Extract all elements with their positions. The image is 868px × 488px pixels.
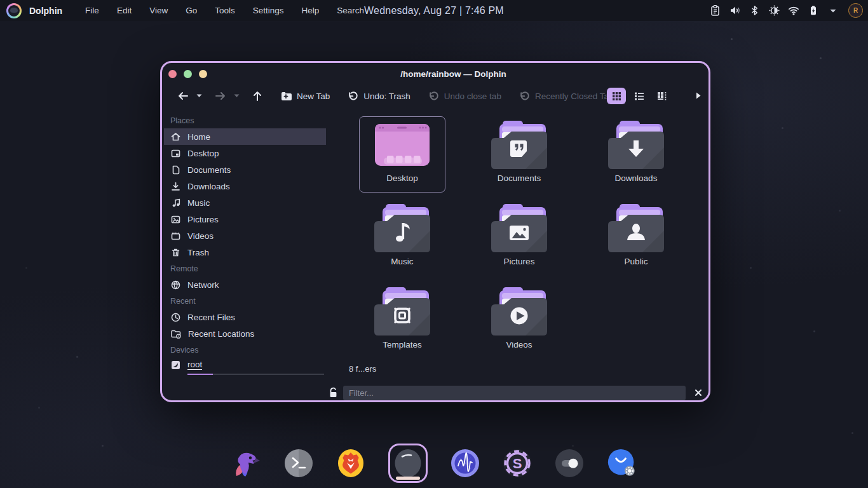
undo-icon	[348, 91, 358, 101]
back-history-caret[interactable]	[193, 92, 206, 100]
folder-downloads[interactable]: Downloads	[593, 116, 679, 193]
folder-documents[interactable]: Documents	[476, 116, 562, 193]
battery-icon[interactable]	[806, 4, 820, 18]
filter-input[interactable]	[343, 386, 686, 400]
list-icon	[634, 92, 644, 100]
sidebar-label: Downloads	[187, 182, 230, 191]
sidebar-item-root[interactable]: root	[164, 358, 326, 375]
folder-label: Videos	[506, 340, 532, 349]
unlock-icon[interactable]	[329, 387, 338, 398]
active-indicator	[396, 477, 420, 480]
dock-dolphin-active[interactable]	[388, 444, 428, 483]
undo-close-tab-label: Undo close tab	[444, 92, 501, 101]
document-icon	[170, 165, 181, 175]
menu-help[interactable]: Help	[292, 0, 328, 21]
distro-logo-icon[interactable]	[6, 3, 22, 18]
user-avatar[interactable]: R	[848, 3, 863, 18]
svg-text:S: S	[513, 456, 522, 471]
folder-music[interactable]: Music	[359, 200, 445, 276]
dock-terminal-icon[interactable]	[284, 449, 313, 478]
sidebar-item-videos[interactable]: Videos	[164, 227, 326, 244]
volume-icon[interactable]	[728, 4, 742, 18]
back-button[interactable]	[173, 88, 193, 104]
section-places: Places	[164, 112, 326, 128]
maximize-window-button[interactable]	[184, 70, 192, 78]
sidebar-label: Documents	[187, 165, 231, 175]
sidebar-item-home[interactable]: Home	[164, 128, 326, 145]
active-app-name: Dolphin	[29, 6, 62, 16]
toolbar-overflow-button[interactable]	[696, 90, 701, 102]
sidebar-label: Music	[187, 198, 210, 208]
clock[interactable]: Wednesday, Aug 27 | 7:46 PM	[364, 5, 504, 17]
menu-tools[interactable]: Tools	[206, 0, 244, 21]
sidebar-item-recent-files[interactable]: Recent Files	[164, 309, 326, 325]
folder-icon	[608, 121, 664, 169]
bluetooth-icon[interactable]	[747, 4, 761, 18]
dock-wave-visualizer-icon[interactable]	[451, 449, 480, 478]
sidebar-item-recent-locations[interactable]: Recent Locations	[164, 325, 326, 342]
sidebar-label: Recent Files	[187, 313, 235, 322]
color-temperature-icon[interactable]	[767, 4, 781, 18]
list-view-button[interactable]	[630, 88, 649, 104]
folder-label: Pictures	[504, 257, 535, 266]
menu-go[interactable]: Go	[177, 0, 206, 21]
folder-public[interactable]: Public	[593, 200, 679, 276]
folder-templates[interactable]: Templates	[359, 283, 445, 359]
sidebar-label: root	[187, 360, 202, 370]
sidebar-label: Trash	[187, 248, 209, 257]
dock-brave-icon[interactable]	[336, 449, 365, 478]
menu-edit[interactable]: Edit	[108, 0, 140, 21]
sidebar-item-desktop[interactable]: Desktop	[164, 145, 326, 161]
folder-desktop[interactable]: Desktop	[359, 116, 445, 193]
icons-view-button[interactable]	[607, 88, 626, 104]
new-tab-button[interactable]: New Tab	[276, 88, 334, 104]
sidebar-label: Home	[187, 132, 210, 142]
forward-button[interactable]	[211, 88, 230, 104]
folder-icon	[374, 204, 430, 252]
globe-icon	[170, 280, 181, 290]
sidebar-item-downloads[interactable]: Downloads	[164, 178, 326, 194]
close-window-button[interactable]	[168, 70, 177, 78]
download-icon	[170, 181, 181, 192]
recently-closed-tabs-button[interactable]: Recently Closed Tabs	[515, 88, 621, 104]
sidebar-item-documents[interactable]: Documents	[164, 161, 326, 178]
sidebar-item-trash[interactable]: Trash	[164, 244, 326, 261]
caret-down-icon[interactable]	[826, 4, 840, 18]
dock-toggle-settings-icon[interactable]	[555, 449, 584, 478]
sidebar-item-network[interactable]: Network	[164, 276, 326, 293]
undo-button[interactable]: Undo: Trash	[344, 88, 414, 104]
forward-history-caret[interactable]	[230, 92, 243, 100]
menu-file[interactable]: File	[76, 0, 108, 21]
menu-settings[interactable]: Settings	[244, 0, 293, 21]
sidebar-label: Recent Locations	[188, 329, 254, 339]
new-tab-label: New Tab	[297, 92, 330, 101]
view-mode-buttons	[607, 88, 672, 104]
sidebar-item-music[interactable]: Music	[164, 194, 326, 211]
dolphin-app-icon	[393, 449, 423, 478]
folder-videos[interactable]: Videos	[476, 283, 562, 359]
dock-s-gear-app-icon[interactable]: S	[503, 449, 532, 478]
dolphin-window: /home/rainbow — Dolphin New Tab Undo: Tr…	[160, 61, 710, 402]
wifi-icon[interactable]	[787, 4, 801, 18]
image-icon	[170, 214, 181, 225]
minimize-window-button[interactable]	[199, 70, 207, 78]
menu-view[interactable]: View	[140, 0, 177, 21]
undo-close-tab-button[interactable]: Undo close tab	[424, 88, 505, 104]
dock: S	[232, 444, 636, 483]
folder-icon	[491, 121, 547, 169]
section-devices: Devices	[164, 342, 326, 358]
undo-label: Undo: Trash	[363, 92, 410, 101]
details-view-button[interactable]	[653, 88, 672, 104]
folder-label: Downloads	[615, 173, 658, 183]
dock-blue-settings-icon[interactable]	[607, 449, 636, 478]
window-titlebar[interactable]: /home/rainbow — Dolphin	[162, 63, 709, 85]
dock-garuda-eagle-icon[interactable]	[232, 449, 261, 478]
folder-pictures[interactable]: Pictures	[476, 200, 562, 276]
up-button[interactable]	[248, 88, 266, 104]
close-filter-icon[interactable]	[692, 386, 705, 399]
sidebar-item-pictures[interactable]: Pictures	[164, 211, 326, 227]
grid-icon	[612, 92, 621, 101]
folder-icon	[491, 287, 547, 336]
filter-bar	[329, 384, 705, 402]
clipboard-icon[interactable]	[708, 4, 722, 18]
